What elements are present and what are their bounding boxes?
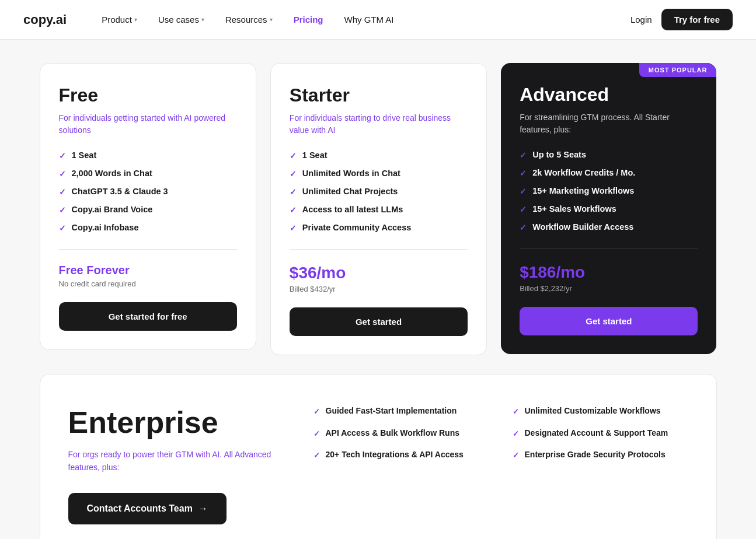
login-button[interactable]: Login bbox=[630, 15, 652, 24]
plan-card-starter: Starter For individuals starting to driv… bbox=[270, 63, 487, 355]
plan-card-advanced: MOST POPULAR Advanced For streamlining G… bbox=[501, 63, 716, 354]
plan-name-free: Free bbox=[59, 85, 237, 106]
price-sub-starter: Billed $432/yr bbox=[290, 285, 468, 293]
nav-resources[interactable]: Resources ▾ bbox=[225, 15, 273, 24]
enterprise-feature: ✓ Enterprise Grade Security Protocols bbox=[513, 449, 688, 461]
logo[interactable]: copy.ai bbox=[23, 12, 67, 27]
price-label-advanced: $186/mo bbox=[520, 263, 698, 282]
feature-item: ✓Private Community Access bbox=[290, 223, 468, 233]
pricing-cards-row: Free For individuals getting started wit… bbox=[40, 63, 717, 355]
feature-item: ✓15+ Sales Workflows bbox=[520, 204, 698, 214]
enterprise-plan-name: Enterprise bbox=[68, 405, 290, 440]
feature-item: ✓Up to 5 Seats bbox=[520, 150, 698, 160]
feature-list-free: ✓1 Seat ✓2,000 Words in Chat ✓ChatGPT 3.… bbox=[59, 150, 237, 233]
feature-item: ✓1 Seat bbox=[290, 150, 468, 160]
feature-item: ✓Copy.ai Brand Voice bbox=[59, 205, 237, 215]
plan-desc-advanced: For streamlining GTM process. All Starte… bbox=[520, 111, 698, 136]
nav-product[interactable]: Product ▾ bbox=[102, 15, 137, 24]
nav-use-cases[interactable]: Use cases ▾ bbox=[158, 15, 204, 24]
card-divider bbox=[59, 249, 237, 250]
check-icon: ✓ bbox=[513, 406, 519, 418]
check-icon: ✓ bbox=[513, 428, 519, 440]
plan-name-advanced: Advanced bbox=[520, 84, 698, 106]
chevron-down-icon: ▾ bbox=[201, 16, 204, 23]
check-icon: ✓ bbox=[59, 223, 66, 233]
feature-item: ✓Access to all latest LLMs bbox=[290, 205, 468, 215]
check-icon: ✓ bbox=[513, 450, 519, 461]
plan-desc-free: For individuals getting started with AI … bbox=[59, 112, 237, 136]
feature-item: ✓1 Seat bbox=[59, 150, 237, 160]
feature-item: ✓2,000 Words in Chat bbox=[59, 169, 237, 178]
arrow-icon: → bbox=[198, 503, 208, 514]
cta-button-starter[interactable]: Get started bbox=[290, 307, 468, 336]
feature-item: ✓Unlimited Chat Projects bbox=[290, 187, 468, 197]
check-icon: ✓ bbox=[520, 187, 527, 196]
nav-links: Product ▾ Use cases ▾ Resources ▾ Pricin… bbox=[102, 15, 630, 24]
price-sub-free: No credit card required bbox=[59, 279, 237, 288]
feature-item: ✓ChatGPT 3.5 & Claude 3 bbox=[59, 187, 237, 197]
check-icon: ✓ bbox=[290, 169, 297, 178]
contact-accounts-button[interactable]: Contact Accounts Team → bbox=[68, 493, 227, 524]
cta-button-free[interactable]: Get started for free bbox=[59, 302, 237, 331]
check-icon: ✓ bbox=[520, 150, 527, 160]
card-divider bbox=[520, 249, 698, 249]
check-icon: ✓ bbox=[520, 205, 527, 214]
plan-name-starter: Starter bbox=[290, 85, 468, 106]
price-sub-advanced: Billed $2,232/yr bbox=[520, 284, 698, 293]
feature-item: ✓2k Workflow Credits / Mo. bbox=[520, 168, 698, 178]
enterprise-section: Enterprise For orgs ready to power their… bbox=[40, 374, 717, 539]
chevron-down-icon: ▾ bbox=[270, 16, 273, 23]
check-icon: ✓ bbox=[520, 169, 527, 178]
nav-why-gtm[interactable]: Why GTM AI bbox=[344, 15, 393, 24]
navbar: copy.ai Product ▾ Use cases ▾ Resources … bbox=[0, 0, 756, 40]
feature-item: ✓Copy.ai Infobase bbox=[59, 223, 237, 233]
plan-card-free: Free For individuals getting started wit… bbox=[40, 63, 256, 350]
nav-actions: Login Try for free bbox=[630, 9, 733, 30]
chevron-down-icon: ▾ bbox=[134, 16, 137, 23]
check-icon: ✓ bbox=[290, 205, 297, 215]
feature-item: ✓Unlimited Words in Chat bbox=[290, 169, 468, 178]
check-icon: ✓ bbox=[313, 406, 320, 418]
enterprise-left: Enterprise For orgs ready to power their… bbox=[68, 405, 290, 524]
check-icon: ✓ bbox=[520, 223, 527, 232]
feature-item: ✓15+ Marketing Workflows bbox=[520, 186, 698, 196]
price-label-free: Free Forever bbox=[59, 264, 237, 277]
check-icon: ✓ bbox=[313, 450, 320, 461]
try-free-button[interactable]: Try for free bbox=[661, 9, 733, 30]
most-popular-badge: MOST POPULAR bbox=[639, 63, 717, 77]
enterprise-feature: ✓ Unlimited Customizable Workflows bbox=[513, 405, 688, 418]
cta-button-advanced[interactable]: Get started bbox=[520, 307, 698, 335]
enterprise-feature: ✓ Guided Fast-Start Implementation bbox=[313, 405, 489, 418]
check-icon: ✓ bbox=[59, 187, 66, 197]
feature-item: ✓Workflow Builder Access bbox=[520, 222, 698, 232]
feature-list-advanced: ✓Up to 5 Seats ✓2k Workflow Credits / Mo… bbox=[520, 150, 698, 232]
enterprise-feature: ✓ 20+ Tech Integrations & API Access bbox=[313, 449, 489, 461]
enterprise-feature: ✓ API Access & Bulk Workflow Runs bbox=[313, 427, 489, 440]
check-icon: ✓ bbox=[290, 187, 297, 197]
check-icon: ✓ bbox=[59, 169, 66, 178]
main-content: Free For individuals getting started wit… bbox=[28, 40, 729, 539]
plan-desc-starter: For individuals starting to drive real b… bbox=[290, 112, 468, 136]
feature-list-starter: ✓1 Seat ✓Unlimited Words in Chat ✓Unlimi… bbox=[290, 150, 468, 233]
enterprise-features-grid: ✓ Guided Fast-Start Implementation ✓ Unl… bbox=[313, 405, 688, 461]
nav-pricing[interactable]: Pricing bbox=[294, 15, 323, 24]
check-icon: ✓ bbox=[290, 151, 297, 160]
check-icon: ✓ bbox=[59, 205, 66, 215]
check-icon: ✓ bbox=[59, 151, 66, 160]
card-divider bbox=[290, 249, 468, 250]
price-label-starter: $36/mo bbox=[290, 264, 468, 282]
check-icon: ✓ bbox=[290, 223, 297, 233]
enterprise-desc: For orgs ready to power their GTM with A… bbox=[68, 448, 290, 474]
check-icon: ✓ bbox=[313, 428, 320, 440]
enterprise-feature: ✓ Designated Account & Support Team bbox=[513, 427, 688, 440]
